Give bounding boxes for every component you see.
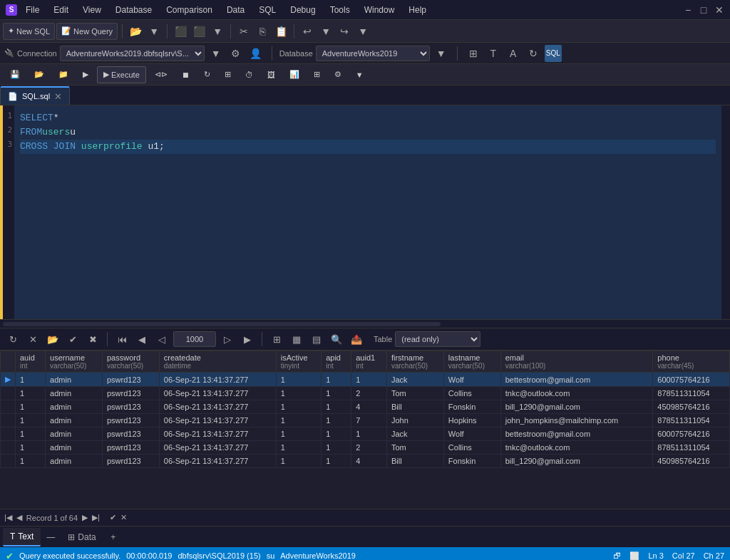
window-mode-button[interactable]: 🗗 (613, 551, 621, 560)
toolbar-btn-6[interactable]: ▼ (209, 23, 226, 40)
maximize-button[interactable]: □ (699, 5, 709, 15)
execute-button[interactable]: ▶ Execute (97, 66, 146, 83)
run-button[interactable]: ▶ (77, 66, 94, 83)
discard-button[interactable]: ✖ (84, 331, 101, 348)
menu-database[interactable]: Database (113, 4, 155, 16)
apply-button[interactable]: ✔ (64, 331, 81, 348)
exec-down[interactable]: ▼ (350, 66, 369, 83)
col-password[interactable]: passwordvarchar(50) (102, 351, 159, 373)
menu-window[interactable]: Window (361, 4, 398, 16)
font-btn[interactable]: A (505, 45, 522, 62)
menu-file[interactable]: File (23, 4, 42, 16)
toolbar-btn-3[interactable]: ▼ (145, 23, 163, 40)
next-page-nav-btn[interactable]: ▶ (82, 513, 88, 522)
next-record-button[interactable]: ▶ (239, 331, 256, 348)
tab-close-button[interactable]: ✕ (54, 91, 62, 102)
menu-comparison[interactable]: Comparison (163, 4, 215, 16)
copy-button[interactable]: ⎘ (254, 23, 271, 40)
conn-dropdown[interactable]: ▼ (207, 45, 225, 62)
stop-button[interactable]: ⏹ (176, 66, 195, 83)
table-row[interactable]: ▶1adminpswrd12306-Sep-21 13:41:37.277111… (1, 373, 730, 387)
undo-dropdown[interactable]: ▼ (317, 23, 334, 40)
grid-icon-btn[interactable]: ⊞ (465, 45, 482, 62)
close-button[interactable]: ✕ (714, 5, 724, 15)
col-lastname[interactable]: lastnamevarchar(50) (443, 351, 500, 373)
load-file-button[interactable]: 📂 (44, 331, 61, 348)
prev-record-button[interactable]: ◀ (133, 331, 150, 348)
cancel-results-button[interactable]: ✕ (24, 331, 41, 348)
menu-edit[interactable]: Edit (51, 4, 71, 16)
menu-tools[interactable]: Tools (327, 4, 353, 16)
add-tab-button[interactable]: + (105, 529, 122, 546)
chart-button[interactable]: 📊 (284, 66, 305, 83)
sql-btn[interactable]: SQL (545, 45, 562, 62)
minimize-button[interactable]: − (683, 5, 693, 15)
col-apid[interactable]: apidint (322, 351, 351, 373)
col-isactive[interactable]: isActivetinyint (276, 351, 321, 373)
sql-tab[interactable]: 📄 SQL.sql ✕ (0, 86, 70, 105)
settings-exec-button[interactable]: ⚙ (329, 66, 347, 83)
conn-user[interactable]: 👤 (247, 45, 264, 62)
toolbar-btn-4[interactable]: ⬛ (172, 23, 189, 40)
redo-button[interactable]: ↪ (336, 23, 353, 40)
last-page-btn[interactable]: ▶| (92, 513, 100, 522)
card-view-button[interactable]: ▦ (288, 331, 305, 348)
table-row[interactable]: 1adminpswrd12306-Sep-21 13:41:37.277112T… (1, 441, 730, 455)
cancel-nav-btn[interactable]: ✕ (120, 513, 127, 522)
search-button[interactable]: 🔍 (328, 331, 345, 348)
text-tab[interactable]: T Text (3, 528, 41, 546)
results-grid[interactable]: auidint usernamevarchar(50) passwordvarc… (0, 351, 730, 509)
col-email[interactable]: emailvarchar(100) (500, 351, 653, 373)
menu-debug[interactable]: Debug (287, 4, 318, 16)
table-row[interactable]: 1adminpswrd12306-Sep-21 13:41:37.277111J… (1, 427, 730, 441)
grid-view-button[interactable]: ⊞ (268, 331, 285, 348)
menu-data[interactable]: Data (224, 4, 247, 16)
refresh-exec-button[interactable]: ↻ (198, 66, 216, 83)
editor-scrollbar[interactable] (721, 105, 730, 319)
col-username[interactable]: usernamevarchar(50) (46, 351, 103, 373)
prev-page-button[interactable]: ◁ (153, 331, 170, 348)
menu-help[interactable]: Help (406, 4, 429, 16)
first-record-button[interactable]: ⏮ (113, 331, 130, 348)
data-tab[interactable]: ⊞ Data (61, 528, 103, 546)
next-page-button[interactable]: ▷ (219, 331, 236, 348)
prev-page-nav-btn[interactable]: ◀ (16, 513, 22, 522)
refresh-btn[interactable]: ↻ (525, 45, 542, 62)
table-row[interactable]: 1adminpswrd12306-Sep-21 13:41:37.277112T… (1, 387, 730, 400)
col-auid1[interactable]: auid1int (351, 351, 387, 373)
refresh-results-button[interactable]: ↻ (4, 331, 21, 348)
editor-content[interactable]: SELECT * FROM users u CROSS JOIN userpro… (14, 105, 721, 319)
col-auid[interactable]: auidint (16, 351, 46, 373)
browse-button[interactable]: 📁 (53, 66, 74, 83)
open-button[interactable]: 📂 (29, 66, 50, 83)
table-select[interactable]: (read only) (395, 331, 480, 347)
table-row[interactable]: 1adminpswrd12306-Sep-21 13:41:37.277114B… (1, 400, 730, 414)
exec-grid-button[interactable]: ⊞ (308, 66, 326, 83)
exec-option-1[interactable]: ⊞ (219, 66, 237, 83)
col-createdate[interactable]: createdatedatetime (159, 351, 276, 373)
conn-settings[interactable]: ⚙ (227, 45, 245, 62)
save-button[interactable]: 💾 (4, 66, 26, 83)
connection-select[interactable]: AdventureWorks2019.dbfsqlsrv\S... (60, 46, 205, 61)
open-file-button[interactable]: 📂 (127, 23, 144, 40)
database-select[interactable]: AdventureWorks2019 (316, 46, 430, 61)
menu-view[interactable]: View (80, 4, 104, 16)
code-editor[interactable]: 1 2 3 SELECT * FROM users u CROSS JOIN (0, 105, 730, 319)
text-icon-btn[interactable]: T (485, 45, 502, 62)
cut-button[interactable]: ✂ (235, 23, 252, 40)
table-row[interactable]: 1adminpswrd12306-Sep-21 13:41:37.277114B… (1, 455, 730, 468)
col-firstname[interactable]: firstnamevarchar(50) (386, 351, 443, 373)
new-sql-button[interactable]: ✦ New SQL (3, 23, 55, 40)
export-button[interactable]: 📤 (348, 331, 365, 348)
db-dropdown[interactable]: ▼ (433, 45, 450, 62)
editor-hscroll[interactable] (0, 319, 730, 328)
toolbar-btn-5[interactable]: ⬛ (190, 23, 207, 40)
paste-button[interactable]: 📋 (272, 23, 289, 40)
timer-button[interactable]: ⏱ (240, 66, 259, 83)
exec-all-button[interactable]: ⊲⊳ (149, 66, 173, 83)
menu-sql[interactable]: SQL (256, 4, 279, 16)
new-query-button[interactable]: 📝 New Query (56, 23, 118, 40)
apply-nav-btn[interactable]: ✔ (110, 513, 116, 522)
limit-input[interactable] (173, 331, 216, 347)
expand-button[interactable]: ⬜ (629, 551, 639, 561)
